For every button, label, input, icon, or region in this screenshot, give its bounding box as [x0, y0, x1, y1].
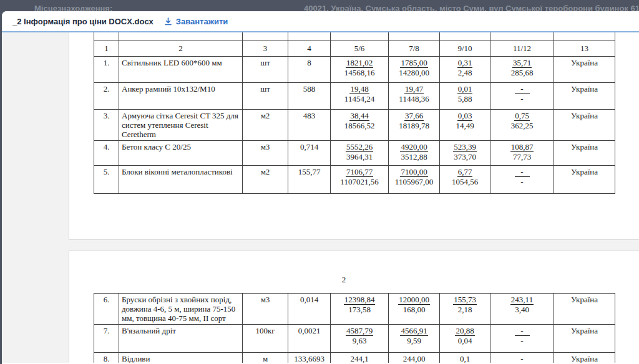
price-cell: 38,4418566,52	[331, 109, 389, 140]
price-table-page1: 1 2 3 4 5/6 7/8 9/10 11/12 13 1. Світиль…	[94, 32, 615, 194]
price-top: 38,44	[349, 111, 369, 121]
price-cell: 4566,919,59	[389, 325, 440, 353]
price-cell: 35,71285,68	[490, 56, 554, 82]
document-page-2: 2 6. Бруски обрізні з хвойних порід, дов…	[69, 251, 639, 363]
col-num: 9/10	[440, 41, 490, 56]
col-num: 13	[554, 41, 615, 56]
country-cell: Україна	[554, 109, 615, 140]
price-bottom: 77,73	[513, 152, 531, 161]
price-cell: 7106,771107021,56	[331, 165, 389, 193]
page-number: 2	[69, 275, 618, 285]
price-cell: 0,015,88	[440, 82, 490, 109]
country-cell: Україна	[554, 325, 615, 353]
price-cell: 5552,263964,31	[331, 140, 389, 165]
price-cell: 19,4811454,24	[331, 82, 389, 109]
unit-cell: м2	[243, 165, 288, 193]
price-bottom: 173,58	[348, 305, 371, 314]
qty-cell: 155,77	[288, 165, 331, 193]
price-bottom: 1054,56	[452, 177, 478, 186]
price-bottom: 3512,88	[401, 152, 427, 161]
price-cell: 523,39373,70	[440, 140, 490, 165]
unit-cell: 100кг	[243, 325, 288, 353]
price-cell: 0,75362,25	[490, 109, 554, 140]
table-row: 2. Анкер рамний 10х132/М10 шт 588 19,481…	[94, 82, 615, 109]
price-cell: 244,0032615,31	[389, 353, 440, 363]
price-top: 0,1	[457, 354, 472, 363]
unit-cell: шт	[243, 56, 288, 82]
table-row: 7. В'язальний дріт 100кг 0,0021 4587,799…	[94, 325, 615, 353]
document-viewer[interactable]: 1 2 3 4 5/6 7/8 9/10 11/12 13 1. Світиль…	[2, 32, 639, 363]
price-bottom: -	[520, 94, 523, 103]
col-num: 3	[243, 41, 288, 56]
unit-cell: м	[243, 353, 288, 363]
file-title: _2 Інформація про ціни DOCX.docx	[12, 17, 154, 26]
preview-titlebar: _2 Інформація про ціни DOCX.docx Заванта…	[2, 11, 639, 32]
price-top: 19,47	[404, 84, 424, 94]
qty-cell: 8	[288, 56, 331, 82]
document-page-1: 1 2 3 4 5/6 7/8 9/10 11/12 13 1. Світиль…	[69, 32, 639, 240]
download-icon	[164, 17, 172, 26]
row-num-cell: 5.	[94, 165, 119, 193]
table-header-stub	[94, 32, 615, 41]
unit-cell: м3	[243, 294, 288, 325]
price-bottom: 285,68	[511, 68, 534, 77]
row-num-cell: 4.	[94, 140, 119, 165]
price-top: -	[515, 167, 530, 177]
price-cell: 20,880,04	[440, 325, 490, 353]
price-bottom: 1105967,00	[395, 177, 433, 186]
row-num-cell: 6.	[94, 294, 119, 325]
price-bottom: 11448,36	[399, 94, 429, 103]
price-cell: 0,312,48	[440, 56, 490, 82]
price-cell: --	[490, 353, 554, 363]
row-num-cell: 8.	[94, 353, 119, 363]
qty-cell: 0,0021	[288, 325, 331, 353]
price-bottom: 14568,16	[344, 68, 375, 77]
price-top: 155,73	[453, 295, 477, 305]
row-num-cell: 1.	[94, 56, 119, 82]
price-bottom: 14280,00	[399, 68, 429, 77]
price-top: 244,00	[402, 354, 426, 363]
country-cell: Україна	[554, 82, 615, 109]
price-cell: 4587,799,63	[331, 325, 389, 353]
qty-cell: 0,714	[288, 140, 331, 165]
price-bottom: -	[520, 336, 523, 345]
price-cell: 243,113,40	[490, 294, 554, 325]
price-bottom: 3,40	[515, 305, 529, 314]
item-name-cell: Анкер рамний 10х132/М10	[119, 82, 243, 109]
price-cell: 12000,00168,00	[389, 294, 440, 325]
price-bottom: 2,18	[458, 305, 472, 314]
item-name-cell: Бруски обрізні з хвойних порід, довжина …	[119, 294, 243, 325]
price-top: 0,75	[514, 111, 530, 121]
col-num: 1	[94, 41, 119, 56]
price-bottom: 362,25	[511, 121, 534, 130]
country-cell: Україна	[554, 294, 615, 325]
qty-cell: 588	[288, 82, 331, 109]
price-cell: 12398,84173,58	[331, 294, 389, 325]
price-top: -	[515, 84, 530, 94]
table-row: 5. Блоки віконні металопластикові м2 155…	[94, 165, 615, 193]
modal-backdrop: Місцезнаходження: 40021, Україна, Сумськ…	[0, 0, 639, 11]
country-cell: Україна	[554, 56, 615, 82]
price-top: -	[515, 354, 530, 363]
col-num: 5/6	[331, 41, 389, 56]
price-cell: 6,771054,56	[440, 165, 490, 193]
price-cell: --	[490, 82, 554, 109]
country-cell: Україна	[554, 140, 615, 165]
location-label: Місцезнаходження:	[34, 4, 112, 11]
price-bottom: 9,59	[407, 336, 421, 345]
price-top: 4566,91	[400, 326, 427, 336]
price-bottom: 11454,24	[344, 94, 374, 103]
col-num: 4	[288, 41, 331, 56]
price-cell: 19,4711448,36	[389, 82, 440, 109]
country-cell: Україна	[554, 353, 615, 363]
price-bottom: 373,70	[454, 152, 476, 161]
price-cell: 7100,001105967,00	[389, 165, 440, 193]
table-row: 6. Бруски обрізні з хвойних порід, довжи…	[94, 294, 615, 325]
price-bottom: 18189,78	[399, 121, 429, 130]
price-top: 19,48	[349, 84, 369, 94]
item-name-cell: В'язальний дріт	[119, 325, 243, 353]
qty-cell: 483	[288, 109, 331, 140]
download-button[interactable]: Завантажити	[164, 17, 228, 26]
price-top: 4920,00	[400, 142, 427, 152]
price-bottom: 18566,52	[344, 121, 375, 130]
